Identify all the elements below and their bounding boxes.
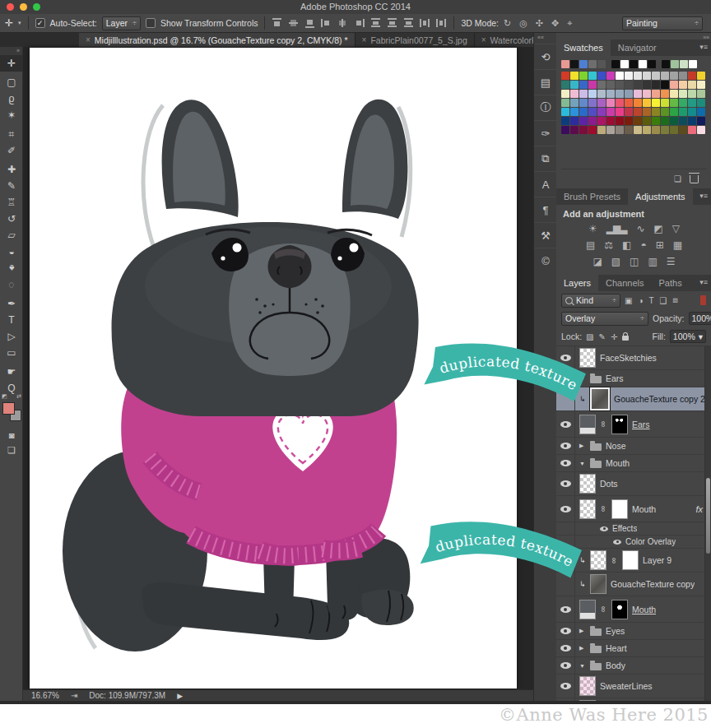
color-swatch[interactable] bbox=[634, 108, 642, 116]
color-swatch[interactable] bbox=[625, 126, 633, 134]
color-swatch[interactable] bbox=[679, 81, 687, 89]
color-swatch[interactable] bbox=[579, 81, 588, 89]
layer-row[interactable]: ∞Mouthfx bbox=[556, 496, 711, 522]
layers-scrollbar[interactable] bbox=[704, 346, 711, 707]
color-swatch[interactable] bbox=[652, 99, 660, 107]
color-swatch[interactable] bbox=[688, 99, 696, 107]
fill-value-box[interactable]: 100% ▾ bbox=[670, 330, 706, 343]
color-swatch[interactable] bbox=[606, 72, 615, 80]
visibility-cell[interactable] bbox=[556, 472, 575, 495]
color-swatch[interactable] bbox=[697, 108, 705, 116]
color-swatch[interactable] bbox=[697, 81, 705, 89]
eraser-tool[interactable]: ▱ bbox=[0, 227, 23, 243]
color-swatch[interactable] bbox=[606, 90, 615, 98]
layer-row[interactable]: ▼Mouth bbox=[556, 455, 711, 472]
color-swatch[interactable] bbox=[661, 81, 669, 89]
color-lookup-icon[interactable]: ▦ bbox=[673, 239, 681, 251]
swatches-tab-navigator[interactable]: Navigator bbox=[611, 39, 664, 56]
selective-color-icon[interactable]: ☰ bbox=[667, 256, 675, 267]
color-swatch[interactable] bbox=[661, 126, 669, 134]
layer-mask-thumbnail[interactable] bbox=[611, 600, 628, 619]
zoom-level[interactable]: 16.67% bbox=[31, 691, 59, 700]
visibility-eye-icon[interactable] bbox=[560, 606, 571, 613]
clone-source-panel-icon[interactable]: ⧉ bbox=[534, 146, 557, 171]
color-swatch[interactable] bbox=[625, 99, 633, 107]
visibility-cell[interactable] bbox=[556, 640, 575, 656]
invert-icon[interactable]: ◪ bbox=[592, 256, 601, 267]
align-bottom-edges-icon[interactable] bbox=[304, 18, 315, 28]
color-swatch[interactable] bbox=[597, 72, 606, 80]
paint-bucket-tool[interactable]: ◒ bbox=[0, 243, 23, 260]
layer-mask-thumbnail[interactable] bbox=[611, 499, 628, 519]
color-swatch[interactable] bbox=[688, 81, 696, 89]
lock-position-icon[interactable]: ✛ bbox=[611, 332, 617, 341]
color-swatch[interactable] bbox=[697, 72, 705, 80]
document-tab-1[interactable]: ×Midjilllustration.psd @ 16.7% (GouacheT… bbox=[79, 33, 356, 47]
layer-fx-badge[interactable]: fx bbox=[695, 504, 703, 514]
color-swatch[interactable] bbox=[625, 108, 633, 116]
color-swatch[interactable] bbox=[688, 90, 696, 98]
recent-swatch[interactable] bbox=[597, 60, 606, 68]
color-swatch[interactable] bbox=[661, 90, 669, 98]
foreground-color-well[interactable] bbox=[2, 402, 15, 415]
visibility-eye-icon[interactable] bbox=[560, 375, 571, 382]
channel-mixer-icon[interactable]: ⊞ bbox=[656, 239, 663, 251]
color-swatch[interactable] bbox=[643, 90, 651, 98]
clone-stamp-tool[interactable]: ♖ bbox=[0, 194, 23, 211]
layer-row[interactable]: Color Overlay bbox=[556, 536, 711, 549]
color-swatch[interactable] bbox=[634, 99, 642, 107]
recent-swatch[interactable] bbox=[561, 60, 569, 68]
color-swatch[interactable] bbox=[679, 90, 687, 98]
black-white-icon[interactable]: ◧ bbox=[622, 239, 630, 251]
layer-row[interactable]: ▶Eyes bbox=[556, 623, 711, 640]
color-swatch[interactable] bbox=[661, 108, 669, 116]
color-swatch[interactable] bbox=[625, 117, 633, 125]
layers-tab-paths[interactable]: Paths bbox=[652, 275, 690, 291]
layer-thumbnail[interactable] bbox=[590, 550, 606, 570]
share-icon[interactable]: ⇥ bbox=[71, 691, 77, 700]
color-swatch[interactable] bbox=[652, 90, 660, 98]
color-swatch[interactable] bbox=[625, 81, 633, 89]
color-swatch[interactable] bbox=[643, 72, 651, 80]
color-swatch[interactable] bbox=[579, 90, 588, 98]
character-panel-icon[interactable]: A bbox=[534, 171, 557, 197]
brightness-contrast-icon[interactable]: ☀ bbox=[588, 223, 597, 234]
auto-select-target-dropdown[interactable]: Layer ÷ bbox=[102, 16, 141, 30]
color-swatch[interactable] bbox=[661, 99, 669, 107]
visibility-cell[interactable] bbox=[556, 496, 575, 522]
color-swatch[interactable] bbox=[588, 90, 597, 98]
layer-row[interactable]: ▶Heart bbox=[556, 640, 711, 657]
color-swatch[interactable] bbox=[561, 81, 569, 89]
color-swatch[interactable] bbox=[588, 99, 597, 107]
color-swatch[interactable] bbox=[652, 108, 660, 116]
recent-swatch[interactable] bbox=[680, 60, 688, 68]
color-swatch[interactable] bbox=[570, 99, 579, 107]
align-top-edges-icon[interactable] bbox=[272, 18, 282, 28]
recent-swatch[interactable] bbox=[648, 60, 656, 68]
type-tool[interactable]: T bbox=[0, 312, 23, 328]
visibility-eye-icon[interactable] bbox=[560, 557, 571, 563]
color-swatch[interactable] bbox=[643, 99, 651, 107]
color-swatch[interactable] bbox=[588, 72, 597, 80]
visibility-cell[interactable] bbox=[556, 346, 575, 369]
filter-pixel-layers-icon[interactable]: ▣ bbox=[625, 296, 632, 305]
color-swatch[interactable] bbox=[579, 126, 588, 134]
color-swatch[interactable] bbox=[679, 108, 687, 116]
color-swatch[interactable] bbox=[570, 72, 579, 80]
color-swatch[interactable] bbox=[697, 90, 705, 98]
3d-orbit-icon[interactable]: ↻ bbox=[504, 18, 511, 29]
color-swatch[interactable] bbox=[652, 81, 660, 89]
magic-wand-tool[interactable]: ✶ bbox=[0, 107, 23, 123]
recent-swatch[interactable] bbox=[579, 60, 588, 68]
scrollbar-thumb[interactable] bbox=[706, 478, 710, 554]
visibility-eye-icon[interactable] bbox=[560, 355, 571, 361]
tool-preset-caret-icon[interactable]: ▾ bbox=[18, 20, 21, 26]
color-swatch[interactable] bbox=[588, 117, 597, 125]
delete-swatch-icon[interactable] bbox=[690, 175, 699, 183]
distribute-top-edges-icon[interactable] bbox=[370, 18, 381, 28]
color-swatch[interactable] bbox=[606, 126, 615, 134]
paragraph-panel-icon[interactable]: ¶ bbox=[534, 197, 557, 222]
info-panel-icon[interactable]: Ⓘ bbox=[534, 95, 557, 120]
color-swatch[interactable] bbox=[634, 126, 642, 134]
color-balance-icon[interactable]: ⚖ bbox=[604, 239, 612, 251]
